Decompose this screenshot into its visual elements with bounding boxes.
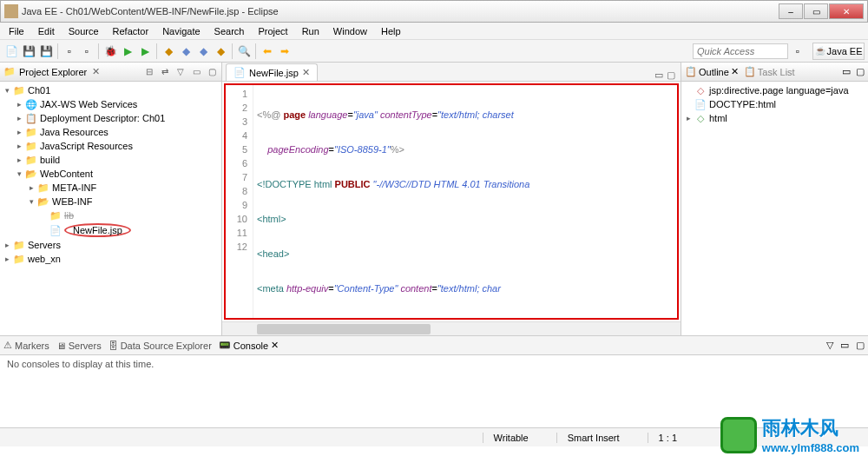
close-button[interactable]: ✕ <box>829 3 864 19</box>
tool-icon[interactable]: ◆ <box>195 43 211 59</box>
maximize-icon[interactable]: ▢ <box>665 69 677 81</box>
folder-icon: 📁 <box>36 182 50 194</box>
outline-item[interactable]: html <box>709 113 727 123</box>
run-ext-icon[interactable]: ▶ <box>137 43 153 59</box>
save-all-icon[interactable]: 💾 <box>38 43 54 59</box>
tree-node[interactable]: JavaScript Resources <box>40 141 133 151</box>
bottom-panel: ⚠ Markers 🖥 Servers 🗄 Data Source Explor… <box>0 335 868 427</box>
project-tree[interactable]: ▾📁Ch01 ▸🌐JAX-WS Web Services ▸📋Deploymen… <box>0 82 221 335</box>
editor-tab-newfile[interactable]: 📄 NewFile.jsp ✕ <box>226 63 318 81</box>
horizontal-scrollbar[interactable] <box>222 321 681 335</box>
status-insert: Smart Insert <box>556 433 630 443</box>
outline-item[interactable]: jsp:directive.page language=java <box>709 85 849 96</box>
app-icon <box>4 4 18 18</box>
menu-project[interactable]: Project <box>251 24 294 38</box>
folder-icon: 📁 <box>12 253 26 265</box>
scroll-thumb[interactable] <box>257 324 431 334</box>
maximize-button[interactable]: ▭ <box>804 3 828 19</box>
folder-icon: 📁 <box>24 126 38 138</box>
maximize-icon[interactable]: ▢ <box>856 340 865 351</box>
debug-icon[interactable]: 🐞 <box>102 43 118 59</box>
menu-edit[interactable]: Edit <box>31 24 62 38</box>
folder-icon: 📂 <box>36 195 50 208</box>
view-menu-icon[interactable]: ▽ <box>174 66 187 78</box>
tree-node-ch01[interactable]: Ch01 <box>28 85 50 96</box>
tree-node[interactable]: build <box>40 155 60 165</box>
tree-node[interactable]: Java Resources <box>40 127 108 137</box>
outline-tab[interactable]: 📋 Outline ✕ <box>685 66 739 77</box>
outline-view: 📋 Outline ✕ 📋 Task List ▭ ▢ ◇jsp:directi… <box>681 63 868 335</box>
menu-source[interactable]: Source <box>62 24 106 38</box>
search-icon[interactable]: 🔍 <box>236 43 252 59</box>
nav-back-icon[interactable]: ⬅ <box>260 43 275 59</box>
folder-icon: 📁 <box>3 66 16 77</box>
minimize-icon[interactable]: ▭ <box>190 66 202 78</box>
folder-icon: 📂 <box>24 168 38 180</box>
tree-node[interactable]: Deployment Descriptor: Ch01 <box>40 113 165 123</box>
save-icon[interactable]: 💾 <box>21 43 36 59</box>
close-tab-icon[interactable]: ✕ <box>302 67 310 78</box>
menu-search[interactable]: Search <box>207 24 252 38</box>
close-view-icon[interactable]: ✕ <box>92 66 100 77</box>
code-editor[interactable]: 123456789101112 <%@ page language="java"… <box>224 83 679 320</box>
menu-file[interactable]: File <box>2 24 31 38</box>
jsp-file-icon: 📄 <box>49 224 62 236</box>
view-title: Project Explorer <box>19 67 87 77</box>
perspective-javaee[interactable]: ☕ Java EE <box>812 43 865 60</box>
collapse-all-icon[interactable]: ⊟ <box>143 66 155 78</box>
menu-bar: File Edit Source Refactor Navigate Searc… <box>0 23 868 40</box>
link-editor-icon[interactable]: ⇄ <box>159 66 171 78</box>
nav-fwd-icon[interactable]: ➡ <box>277 43 293 59</box>
menu-help[interactable]: Help <box>374 24 408 38</box>
tree-node[interactable]: Servers <box>28 240 61 250</box>
minimize-icon[interactable]: ▭ <box>653 69 665 81</box>
console-body: No consoles to display at this time. <box>0 355 868 427</box>
tool-icon[interactable]: ◆ <box>161 43 176 59</box>
tree-node[interactable]: JAX-WS Web Services <box>40 99 137 109</box>
tree-node[interactable]: lib <box>64 210 74 221</box>
minimize-button[interactable]: – <box>779 3 803 19</box>
tasklist-tab[interactable]: 📋 Task List <box>744 66 795 77</box>
tree-node[interactable]: web_xn <box>28 254 61 264</box>
doctype-icon: 📄 <box>694 98 707 110</box>
menu-run[interactable]: Run <box>295 24 326 38</box>
menu-navigate[interactable]: Navigate <box>155 24 207 38</box>
tree-node[interactable]: META-INF <box>52 182 96 193</box>
new-icon[interactable]: 📄 <box>3 43 19 59</box>
open-persp-icon[interactable]: ▫ <box>790 43 806 59</box>
tool-icon[interactable]: ◆ <box>178 43 194 59</box>
tool-icon[interactable]: ◆ <box>213 43 228 59</box>
tab-dse[interactable]: 🗄 Data Source Explorer <box>108 341 212 351</box>
tool-icon[interactable]: ▫ <box>62 43 77 59</box>
tool-icon[interactable]: ▫ <box>79 43 95 59</box>
project-icon: 📁 <box>12 84 26 96</box>
status-position: 1 : 1 <box>648 433 687 443</box>
window-title: Java EE - Ch01/WebContent/WEB-INF/NewFil… <box>22 6 779 17</box>
code-area[interactable]: <%@ page language="java" contentType="te… <box>253 85 677 318</box>
view-menu-icon[interactable]: ▽ <box>826 340 833 351</box>
tree-node[interactable]: WebContent <box>40 169 93 179</box>
menu-refactor[interactable]: Refactor <box>106 24 156 38</box>
tab-label: NewFile.jsp <box>249 68 299 78</box>
title-bar: Java EE - Ch01/WebContent/WEB-INF/NewFil… <box>0 0 868 23</box>
status-writable: Writable <box>483 433 539 443</box>
minimize-icon[interactable]: ▭ <box>840 340 849 351</box>
tab-console[interactable]: 📟 Console ✕ <box>219 340 279 351</box>
run-icon[interactable]: ▶ <box>120 43 135 59</box>
folder-icon: 📁 <box>24 154 38 166</box>
tab-markers[interactable]: ⚠ Markers <box>3 340 49 351</box>
tab-servers[interactable]: 🖥 Servers <box>56 341 102 351</box>
folder-icon: 📁 <box>49 209 62 222</box>
outline-item[interactable]: DOCTYPE:html <box>709 99 776 109</box>
folder-icon: 📁 <box>12 239 26 251</box>
toolbar: 📄 💾 💾 ▫ ▫ 🐞 ▶ ▶ ◆ ◆ ◆ ◆ 🔍 ⬅ ➡ ▫ ☕ Java E… <box>0 40 868 63</box>
tree-node-newfile[interactable]: NewFile.jsp <box>64 223 131 237</box>
tag-icon: ◇ <box>694 112 707 124</box>
maximize-icon[interactable]: ▢ <box>856 66 865 77</box>
quick-access-input[interactable] <box>693 43 788 59</box>
ws-icon: 🌐 <box>24 98 38 110</box>
minimize-icon[interactable]: ▭ <box>842 66 851 77</box>
menu-window[interactable]: Window <box>326 24 374 38</box>
tree-node[interactable]: WEB-INF <box>52 196 92 207</box>
maximize-icon[interactable]: ▢ <box>206 66 218 78</box>
